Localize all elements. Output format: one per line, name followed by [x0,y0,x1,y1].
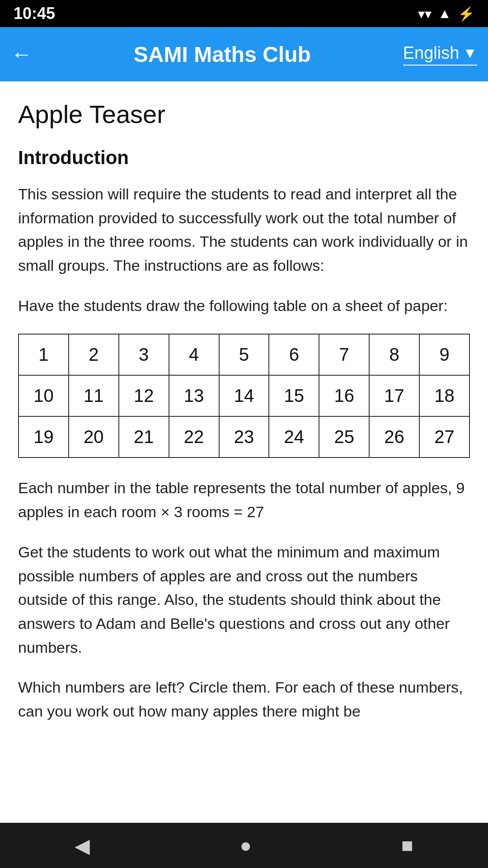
table-cell: 22 [169,416,219,458]
page-title: Apple Teaser [18,99,470,129]
number-table: 1234567891011121314151617181920212223242… [18,334,470,458]
bottom-nav: ◀ ● ■ [0,823,488,868]
section-intro-title: Introduction [18,147,470,169]
table-cell: 18 [419,375,469,416]
table-cell: 17 [369,375,419,416]
intro-paragraph-2: Have the students draw the following tab… [18,294,470,318]
table-cell: 27 [419,416,469,458]
table-cell: 15 [269,375,319,416]
table-cell: 5 [219,334,269,375]
table-row: 123456789 [19,334,469,375]
table-cell: 11 [69,375,119,416]
app-bar: ← SAMI Maths Club English ▼ [0,27,488,81]
table-cell: 2 [69,334,119,375]
language-label: English [403,43,460,63]
language-selector[interactable]: English ▼ [403,43,477,66]
table-row: 101112131415161718 [19,375,469,416]
table-cell: 8 [369,334,419,375]
chevron-down-icon: ▼ [463,45,477,61]
content-area: Apple Teaser Introduction This session w… [0,81,488,823]
table-cell: 14 [219,375,269,416]
intro-paragraph-5: Which numbers are left? Circle them. For… [18,675,470,723]
status-time: 10:45 [14,4,55,23]
table-cell: 13 [169,375,219,416]
battery-icon: ⚡ [458,6,474,22]
table-cell: 1 [19,334,69,375]
table-cell: 9 [419,334,469,375]
table-cell: 4 [169,334,219,375]
intro-paragraph-1: This session will require the students t… [18,182,470,278]
app-title: SAMI Maths Club [42,42,403,67]
table-cell: 12 [119,375,169,416]
table-cell: 23 [219,416,269,458]
table-cell: 3 [119,334,169,375]
table-row: 192021222324252627 [19,416,469,458]
table-cell: 26 [369,416,419,458]
table-cell: 21 [119,416,169,458]
table-cell: 20 [69,416,119,458]
intro-paragraph-3: Each number in the table represents the … [18,476,470,524]
intro-paragraph-4: Get the students to work out what the mi… [18,540,470,659]
status-bar: 10:45 ▾▾ ▲ ⚡ [0,0,488,27]
table-cell: 24 [269,416,319,458]
signal-icon: ▲ [438,6,451,21]
table-cell: 10 [19,375,69,416]
status-icons: ▾▾ ▲ ⚡ [418,6,474,22]
back-button[interactable]: ← [11,43,33,65]
nav-home-button[interactable]: ● [217,830,274,861]
nav-back-button[interactable]: ◀ [52,830,113,862]
table-cell: 25 [319,416,369,458]
table-cell: 6 [269,334,319,375]
nav-recent-button[interactable]: ■ [379,830,436,861]
table-cell: 19 [19,416,69,458]
wifi-icon: ▾▾ [418,6,432,22]
table-cell: 16 [319,375,369,416]
table-cell: 7 [319,334,369,375]
